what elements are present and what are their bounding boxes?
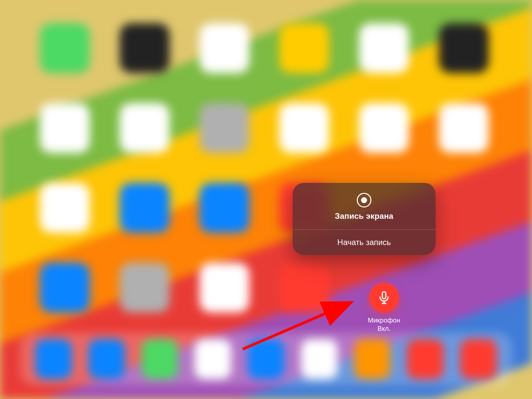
app-icon bbox=[120, 103, 170, 153]
app-icon bbox=[279, 263, 329, 313]
dock-app-icon bbox=[354, 339, 391, 379]
app-icon bbox=[359, 103, 409, 153]
dock-app-icon bbox=[195, 339, 231, 379]
dock-app-icon bbox=[88, 339, 125, 379]
dock-app-icon bbox=[142, 339, 178, 379]
svg-rect-0 bbox=[382, 292, 386, 299]
record-icon bbox=[357, 193, 371, 207]
app-icon bbox=[279, 103, 329, 153]
dock-app-icon bbox=[35, 339, 72, 379]
app-icon bbox=[120, 263, 170, 313]
app-icon bbox=[200, 183, 249, 233]
app-icon bbox=[279, 23, 329, 73]
app-icon bbox=[40, 183, 90, 233]
app-icon bbox=[200, 23, 249, 73]
app-icon bbox=[40, 263, 90, 313]
app-icon bbox=[120, 183, 170, 233]
app-icon bbox=[200, 103, 249, 153]
dock-app-icon bbox=[460, 339, 497, 379]
app-icon bbox=[40, 23, 90, 73]
microphone-state: Вкл. bbox=[351, 325, 417, 332]
app-icon bbox=[120, 23, 170, 73]
microphone-label: Микрофон bbox=[351, 317, 417, 324]
start-recording-button[interactable]: Начать запись bbox=[293, 230, 436, 255]
microphone-icon bbox=[369, 283, 399, 313]
dock-app-icon bbox=[301, 339, 337, 379]
dock-app-icon bbox=[407, 339, 444, 379]
app-icon bbox=[359, 23, 409, 73]
app-icon bbox=[439, 103, 489, 153]
app-icon bbox=[40, 103, 90, 153]
app-icon bbox=[200, 263, 249, 313]
dock bbox=[20, 332, 512, 386]
microphone-toggle[interactable]: Микрофон Вкл. bbox=[351, 283, 417, 332]
home-screen-app-grid bbox=[40, 23, 492, 313]
dock-app-icon bbox=[248, 339, 284, 379]
screen-recording-panel: Запись экрана Начать запись bbox=[293, 183, 436, 255]
screen-recording-title: Запись экрана bbox=[299, 211, 429, 221]
app-icon bbox=[439, 23, 489, 73]
